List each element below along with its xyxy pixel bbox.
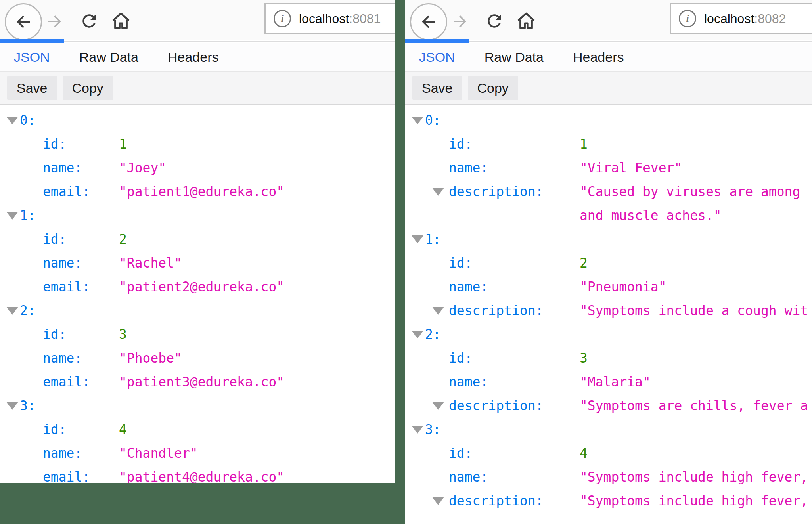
- collapse-toggle-icon[interactable]: [412, 331, 423, 338]
- array-index-label[interactable]: 3:: [425, 418, 441, 442]
- collapse-toggle-icon[interactable]: [432, 188, 444, 196]
- url-host: localhost: [704, 11, 754, 26]
- json-key: name:: [43, 251, 82, 275]
- reload-button[interactable]: [79, 11, 99, 31]
- site-info-icon[interactable]: i: [679, 10, 696, 27]
- json-row: description:"Symptoms include high fever…: [405, 489, 812, 513]
- tab-raw-data[interactable]: Raw Data: [485, 50, 544, 65]
- collapse-toggle-icon[interactable]: [6, 117, 18, 124]
- json-value-string: "patient2@edureka.co": [119, 275, 284, 299]
- forward-button[interactable]: [450, 12, 469, 31]
- copy-button[interactable]: Copy: [63, 76, 113, 100]
- reload-icon: [485, 11, 504, 31]
- json-value-string: "Caused by viruses are among: [580, 180, 800, 204]
- json-value-number: 4: [119, 418, 127, 442]
- json-key: id:: [449, 132, 473, 156]
- json-value-string: "Joey": [119, 156, 166, 180]
- forward-button[interactable]: [45, 12, 64, 31]
- reload-button[interactable]: [485, 11, 504, 31]
- active-tab-indicator: [405, 39, 469, 43]
- json-viewer-actionbar: Save Copy: [405, 72, 812, 105]
- array-index-label[interactable]: 2:: [425, 323, 441, 346]
- tab-raw-data[interactable]: Raw Data: [79, 50, 138, 65]
- back-arrow-icon: [419, 12, 439, 32]
- reload-icon: [79, 11, 99, 31]
- save-button[interactable]: Save: [412, 76, 462, 100]
- forward-arrow-icon: [45, 12, 64, 31]
- url-bar[interactable]: i localhost:8081: [264, 3, 395, 34]
- tab-headers[interactable]: Headers: [573, 50, 624, 65]
- json-key: id:: [43, 323, 67, 346]
- tab-headers[interactable]: Headers: [168, 50, 219, 65]
- json-row: name:"Symptoms include high fever,: [405, 465, 812, 489]
- json-value-string: "Symptoms include a cough wit: [580, 299, 808, 323]
- save-button[interactable]: Save: [7, 76, 57, 100]
- json-key: description:: [449, 394, 543, 418]
- collapse-toggle-icon[interactable]: [412, 426, 423, 434]
- collapse-toggle-icon[interactable]: [412, 117, 423, 124]
- back-button[interactable]: [410, 3, 447, 40]
- home-button[interactable]: [110, 10, 132, 32]
- collapse-toggle-icon[interactable]: [432, 402, 444, 410]
- json-value-string: "Symptoms include high fever,: [580, 465, 808, 489]
- json-row: name:"Joey": [0, 156, 395, 180]
- url-bar[interactable]: i localhost:8082: [670, 3, 812, 34]
- array-index-label[interactable]: 1:: [20, 204, 36, 228]
- json-key: id:: [43, 418, 67, 442]
- json-row: 2:: [405, 323, 812, 346]
- home-button[interactable]: [515, 10, 537, 32]
- json-value-string: "Rachel": [119, 251, 182, 275]
- forward-arrow-icon: [450, 12, 469, 31]
- json-value-string: "Phoebe": [119, 346, 182, 370]
- json-value-number: 1: [119, 132, 127, 156]
- home-icon: [110, 10, 132, 32]
- json-key: id:: [43, 228, 67, 251]
- json-row: description:"Caused by viruses are among: [405, 180, 812, 204]
- json-value-string: "patient1@edureka.co": [119, 180, 284, 204]
- json-row: description:"Symptoms include a cough wi…: [405, 299, 812, 323]
- browser-window-left: i localhost:8081 JSON Raw Data Headers S…: [0, 0, 395, 483]
- json-row: id:4: [405, 442, 812, 465]
- json-row: and muscle aches.": [405, 204, 812, 228]
- array-index-label[interactable]: 0:: [20, 109, 36, 132]
- json-key: email:: [43, 180, 90, 204]
- json-row: id:2: [405, 251, 812, 275]
- collapse-toggle-icon[interactable]: [432, 497, 444, 505]
- json-key: id:: [449, 442, 473, 465]
- json-key: id:: [43, 132, 67, 156]
- url-host: localhost: [299, 11, 349, 26]
- copy-button[interactable]: Copy: [468, 76, 518, 100]
- json-key: name:: [449, 156, 488, 180]
- json-value-number: 2: [119, 228, 127, 251]
- tab-json[interactable]: JSON: [419, 50, 455, 65]
- json-value-string: "Pneumonia": [580, 275, 666, 299]
- array-index-label[interactable]: 2:: [20, 299, 36, 323]
- json-row: description:"Symptoms are chills, fever …: [405, 394, 812, 418]
- json-tree: 0:id:1name:"Joey"email:"patient1@edureka…: [0, 105, 395, 483]
- collapse-toggle-icon[interactable]: [412, 235, 423, 243]
- site-info-icon[interactable]: i: [274, 10, 291, 27]
- collapse-toggle-icon[interactable]: [6, 402, 18, 410]
- json-key: description:: [449, 299, 543, 323]
- json-row: 2:: [0, 299, 395, 323]
- json-key: name:: [43, 442, 82, 465]
- array-index-label[interactable]: 0:: [425, 109, 441, 132]
- json-value-string: "Viral Fever": [580, 156, 682, 180]
- json-value-string: "patient3@edureka.co": [119, 370, 284, 394]
- collapse-toggle-icon[interactable]: [6, 212, 18, 220]
- active-tab-indicator: [0, 39, 64, 43]
- json-row: 1:: [0, 204, 395, 228]
- array-index-label[interactable]: 1:: [425, 228, 441, 251]
- json-row: 1:: [405, 228, 812, 251]
- array-index-label[interactable]: 3:: [20, 394, 36, 418]
- home-icon: [515, 10, 537, 32]
- json-key: email:: [43, 275, 90, 299]
- back-button[interactable]: [5, 3, 42, 40]
- browser-window-right: i localhost:8082 JSON Raw Data Headers S…: [405, 0, 812, 524]
- json-row: name:"Chandler": [0, 442, 395, 465]
- collapse-toggle-icon[interactable]: [6, 307, 18, 315]
- tab-json[interactable]: JSON: [14, 50, 50, 65]
- json-key: description:: [449, 489, 543, 513]
- json-key: name:: [449, 370, 488, 394]
- collapse-toggle-icon[interactable]: [432, 307, 444, 315]
